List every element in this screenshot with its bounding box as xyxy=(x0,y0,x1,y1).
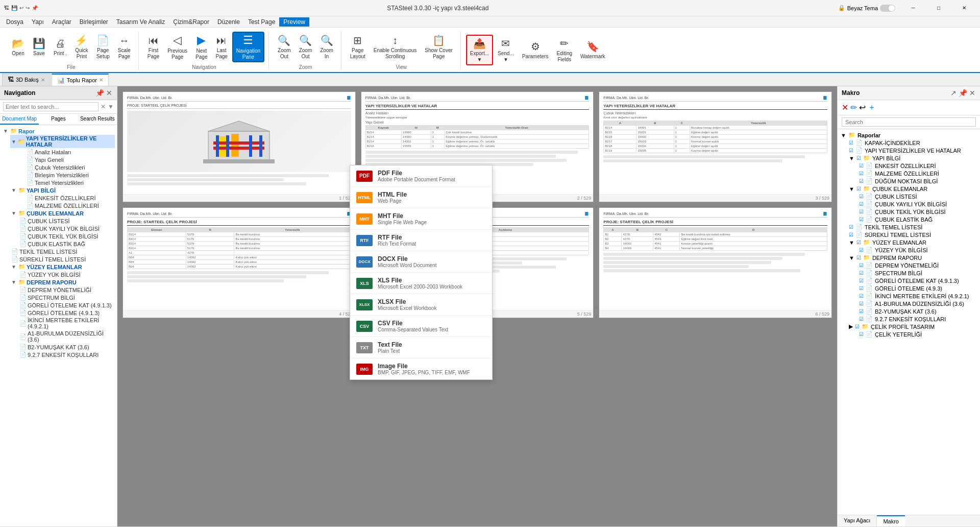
close-macro-icon[interactable]: ✕ xyxy=(969,88,976,98)
tree-item-enkesit[interactable]: 📄 ENKESİT ÖZELLİKLERİ xyxy=(18,194,115,202)
tree-item-goreli[interactable]: 📄 GÖRELİ ÖTELEME (4.9.1.3) xyxy=(18,309,115,317)
watermark-button[interactable]: 🔖 Watermark xyxy=(577,35,609,65)
macro-tekil-temel[interactable]: ☑ 📄 TEKİL TEMEL LİSTESİ xyxy=(848,223,978,231)
export-xls[interactable]: XLS XLS File Microsoft Excel 2000-2003 W… xyxy=(350,273,492,294)
export-img[interactable]: IMG Image File BMP, GIF, JPEG, PNG, TIFF… xyxy=(350,358,492,379)
macro-cubuk-yayili[interactable]: ☑ 📄 ÇUBUK YAYILI YÜK BİLGİSİ xyxy=(858,200,978,208)
macro-dep-yon[interactable]: ☑ 📄 DEPREM YÖNETMELİĞİ xyxy=(858,261,978,269)
menu-duzenle[interactable]: Düzenle xyxy=(213,17,244,27)
search-clear-icon[interactable]: ✕ xyxy=(101,103,106,110)
editing-fields-button[interactable]: ✏ EditingFields xyxy=(553,35,576,65)
export-csv[interactable]: CSV CSV File Comma-Separated Values Text xyxy=(350,316,492,337)
nav-tab-search[interactable]: Search Results xyxy=(78,114,117,125)
export-button[interactable]: 📤 Export...▼ xyxy=(466,35,493,65)
export-pdf[interactable]: PDF PDF File Adobe Portable Document For… xyxy=(350,165,492,187)
menu-birlesimler[interactable]: Birleşimler xyxy=(76,17,112,27)
macro-enkesit[interactable]: ☑ 📄 ENKESİT ÖZELLİKLERİ xyxy=(858,162,978,170)
makro-tab[interactable]: Makro xyxy=(877,515,905,526)
pin-icon[interactable]: 📌 xyxy=(32,5,38,11)
show-cover-button[interactable]: 📋 Show CoverPage xyxy=(421,32,456,62)
zoom-in-button[interactable]: 🔍 ZoomIn xyxy=(316,32,337,62)
pin-macro-icon[interactable]: 📌 xyxy=(958,88,968,98)
tree-item-surekli-temel[interactable]: 📄 SÜREKLİ TEMEL LİSTESİ xyxy=(10,255,115,263)
tree-item-goreli-kat[interactable]: 📄 GÖRELİ ÖTELEME KAT (4.9.1.3) xyxy=(18,301,115,309)
expand-macro-icon[interactable]: ↗ xyxy=(950,88,957,98)
nav-tab-pages[interactable]: Pages xyxy=(39,114,78,125)
last-page-button[interactable]: ⏭ LastPage xyxy=(212,32,231,62)
macro-celik-folder[interactable]: ▶ ☑ 📁 ÇELİK PROFİL TASARIM xyxy=(848,323,978,330)
print-button[interactable]: 🖨 Print . xyxy=(50,32,70,62)
export-xlsx[interactable]: XLSX XLSX File Microsoft Excel Workbook xyxy=(350,294,492,316)
page-thumb-1[interactable]: FIRMA: Da.Mh. Ubn. Ltd. Br. 📘 PROJE: STA… xyxy=(122,91,356,202)
tree-item-cubuk-liste[interactable]: 📄 ÇUBUK LİSTESİ xyxy=(18,217,115,225)
tree-item-spectrum[interactable]: 📄 SPECTRUM BİLGİ xyxy=(18,294,115,301)
tab-3d-view[interactable]: 🏗 3D Bakış ✕ xyxy=(2,74,51,86)
tree-item-cubuk-elem[interactable]: ▼ 📁 ÇUBUK ELEMANLAR xyxy=(10,209,115,217)
macro-yuzey-folder[interactable]: ▼ ☑ 📁 YÜZEY ELEMANLAR xyxy=(848,238,978,246)
macro-add-icon[interactable]: ＋ xyxy=(868,102,876,113)
parameters-button[interactable]: ⚙ Parameters xyxy=(519,35,552,65)
macro-celik-yet[interactable]: ☑ 📄 ÇELİK YETERLİĞİ xyxy=(858,330,978,338)
export-txt[interactable]: TXT Text File Plain Text xyxy=(350,337,492,358)
menu-cizim[interactable]: Çizim&Rapor xyxy=(169,17,213,27)
enable-scroll-button[interactable]: ↕ Enable ContinuousScrolling xyxy=(370,32,421,62)
export-rtf[interactable]: RTF RTF File Rich Text Format xyxy=(350,230,492,251)
page-thumb-6[interactable]: FIRMA: Da.Mh. Ubn. Ltd. Br. 📘 PROJE: STA… xyxy=(599,207,832,318)
menu-tasarim[interactable]: Tasarım Ve Analiz xyxy=(112,17,169,27)
macro-malzeme[interactable]: ☑ 📄 MALZEME ÖZELLİKLERİ xyxy=(858,170,978,177)
macro-undo-icon[interactable]: ↩ xyxy=(859,103,866,112)
page-thumb-4[interactable]: FIRMA: Da.Mh. Ubn. Ltd. Br. 📘 PROJE: STA… xyxy=(122,207,356,318)
tree-root[interactable]: ▼ 📁 Rapor xyxy=(2,127,115,135)
next-page-button[interactable]: ▶ NextPage xyxy=(192,32,211,62)
macro-surekli-temel[interactable]: ☑ 📄 SÜREKLİ TEMEL LİSTESİ xyxy=(848,231,978,238)
tree-item-enkesit-kos[interactable]: 📄 9.2.7 ENKESİT KOŞULLARI xyxy=(18,351,115,358)
export-docx[interactable]: DOCX DOCX File Microsoft Word Document xyxy=(350,251,492,273)
macro-cubuk-tekil[interactable]: ☑ 📄 ÇUBUK TEKİL YÜK BİLGİSİ xyxy=(858,208,978,215)
macro-kapak[interactable]: ☑ 📄 KAPAK-İÇİNDEKİLER xyxy=(848,139,978,147)
menu-preview[interactable]: Preview xyxy=(279,17,309,27)
close-3d-tab[interactable]: ✕ xyxy=(41,77,45,83)
macro-dugum[interactable]: ☑ 📄 DÜĞÜM NOKTASI BİLGİ xyxy=(858,177,978,185)
tree-item-tekil-temel[interactable]: 📄 TEKİL TEMEL LİSTESİ xyxy=(10,248,115,255)
prev-page-button[interactable]: ◁ PreviousPage xyxy=(164,32,191,62)
macro-yumusak[interactable]: ☑ 📄 B2-YUMUŞAK KAT (3.6) xyxy=(858,307,978,315)
macro-yapi-bilgi-folder[interactable]: ▼ ☑ 📁 YAPI BİLGİ xyxy=(848,154,978,162)
page-layout-button[interactable]: ⊞ PageLayout xyxy=(347,32,369,62)
nav-tab-docmap[interactable]: Document Map xyxy=(0,114,39,125)
tree-item-yapi-yetersizlik[interactable]: ▼ 📁 YAPI YETERSİZLİKLER VE HATALAR xyxy=(10,135,115,148)
macro-yuzey-yuk[interactable]: ☑ 📄 YÜZEY YÜK BİLGİSİ xyxy=(858,246,978,254)
yapi-agaci-tab[interactable]: Yapı Ağacı xyxy=(838,515,877,526)
tree-item-birlesim-yet[interactable]: 📄 Birleşim Yetersizlikleri xyxy=(18,171,115,179)
export-html[interactable]: HTML HTML File Web Page xyxy=(350,187,492,208)
search-dropdown-icon[interactable]: ▼ xyxy=(108,103,114,110)
tree-item-malzeme[interactable]: 📄 MALZEME ÖZELLİKLERİ xyxy=(18,202,115,209)
tree-item-yumusak[interactable]: 📄 B2-YUMUŞAK KAT (3.6) xyxy=(18,343,115,351)
macro-spectrum[interactable]: ☑ 📄 SPECTRUM BİLGİ xyxy=(858,269,978,277)
macro-yapi-yet[interactable]: ☑ 📄 YAPI YETERSİZLİKLER VE HATALAR xyxy=(848,147,978,154)
quick-print-button[interactable]: ⚡ QuickPrint xyxy=(71,32,92,62)
macro-enkesit-kos[interactable]: ☑ 📄 9.2.7 ENKESİT KOŞULLARI xyxy=(858,315,978,323)
save-button[interactable]: 💾 Save xyxy=(29,32,49,62)
page-thumb-3[interactable]: FIRMA: Da.Mh. Ubn. Ltd. Br. 📘 YAPI YETER… xyxy=(599,91,832,202)
tree-item-cubuk-yayili[interactable]: 📄 ÇUBUK YAYILI YÜK BİLGİSİ xyxy=(18,225,115,232)
macro-root[interactable]: ▼ 📁 Raporlar xyxy=(840,131,978,139)
tree-item-deprem[interactable]: ▼ 📁 DEPREM RAPORU xyxy=(10,278,115,286)
tree-item-yuzey-yuk[interactable]: 📄 YÜZEY YÜK BİLGİSİ xyxy=(18,271,115,278)
minimize-button[interactable]: ─ xyxy=(901,0,925,16)
pin-panel-icon[interactable]: 📌 xyxy=(95,88,105,98)
macro-goreli[interactable]: ☑ 📄 GÖRELİ ÖTELEME (4.9.3) xyxy=(858,284,978,292)
tab-toplu-rapor[interactable]: 📊 Toplu Rapor ✕ xyxy=(52,74,109,86)
macro-goreli-kat[interactable]: ☑ 📄 GÖRELİ ÖTELEME KAT (4.9.1.3) xyxy=(858,277,978,284)
macro-delete-icon[interactable]: ✕ xyxy=(842,103,848,112)
zoom-out-button[interactable]: 🔍 ZoomOut xyxy=(274,32,295,62)
page-setup-button[interactable]: 📄 PageSetup xyxy=(93,32,113,62)
macro-edit-icon[interactable]: ✏ xyxy=(850,103,857,112)
tree-item-cubuk-elastik[interactable]: 📄 ÇUBUK ELASTİK BAĞ xyxy=(18,240,115,248)
tree-item-cubuk-yet[interactable]: 📄 Çubuk Yetersizlikleri xyxy=(18,163,115,171)
macro-burulma[interactable]: ☑ 📄 A1-BURULMA DÜZENSİZLİĞİ (3.6) xyxy=(858,300,978,307)
close-rapor-tab[interactable]: ✕ xyxy=(99,77,103,83)
close-button[interactable]: ✕ xyxy=(952,0,976,16)
macro-search-input[interactable] xyxy=(842,117,976,127)
maximize-button[interactable]: □ xyxy=(927,0,950,16)
scale-page-button[interactable]: ↔ ScalePage xyxy=(114,32,134,62)
